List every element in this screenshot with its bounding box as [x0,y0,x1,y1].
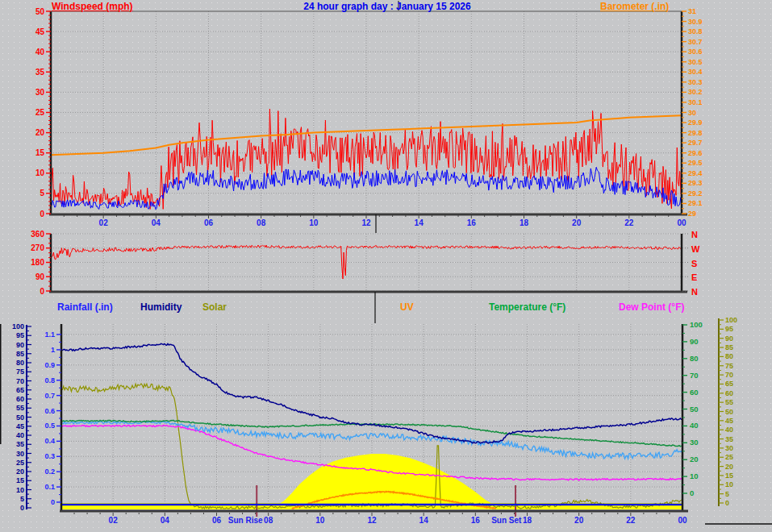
svg-text:29.4: 29.4 [688,169,703,177]
svg-text:80: 80 [16,359,24,367]
svg-text:30: 30 [35,88,45,97]
svg-text:W: W [691,244,700,254]
humidity-series-label: Humidity [140,301,182,313]
windspeed-axis: 50454035302520151050 [35,7,51,218]
svg-text:20: 20 [572,218,582,227]
svg-text:0: 0 [40,210,44,218]
svg-text:35: 35 [16,440,24,448]
svg-text:35: 35 [725,435,733,443]
svg-text:0.8: 0.8 [44,376,55,384]
svg-text:0: 0 [690,488,694,497]
svg-text:29.1: 29.1 [688,199,703,207]
svg-text:30.4: 30.4 [688,68,703,76]
barometer-axis-label: Barometer (.in) [600,1,669,12]
svg-text:30.6: 30.6 [688,48,703,56]
temperature-series-label: Temperature (°F) [489,301,565,313]
svg-text:02: 02 [99,218,109,227]
svg-text:80: 80 [725,352,733,360]
svg-text:00: 00 [677,218,686,227]
svg-text:65: 65 [725,380,733,388]
svg-text:45: 45 [725,417,733,425]
svg-text:40: 40 [725,426,733,434]
top-hour-axis: 020406081012141618202200 [64,215,686,227]
svg-text:50: 50 [725,408,733,416]
svg-text:25: 25 [725,453,733,461]
svg-text:95: 95 [725,325,733,333]
svg-text:90: 90 [725,335,733,343]
svg-text:10: 10 [35,168,45,177]
svg-text:0.2: 0.2 [44,468,55,476]
solar-axis: 1009590858075706560555045403530252015105… [719,316,737,507]
svg-text:18: 18 [523,516,532,525]
svg-text:N: N [691,287,698,297]
humidity-axis: 1009590858075706560555045403530252015105… [12,322,31,512]
svg-text:15: 15 [35,148,45,157]
svg-text:0.3: 0.3 [44,452,55,460]
svg-text:0.4: 0.4 [44,437,55,445]
svg-text:70: 70 [725,371,733,379]
svg-text:20: 20 [35,128,45,137]
svg-text:04: 04 [152,218,161,227]
svg-text:30: 30 [725,444,733,452]
svg-text:29.5: 29.5 [688,159,703,167]
wind-direction-plot-area[interactable] [51,234,682,291]
wind-barometer-plot-area[interactable] [51,11,682,214]
svg-text:15: 15 [725,472,733,480]
svg-text:0.9: 0.9 [44,361,55,369]
svg-text:22: 22 [624,218,634,227]
svg-text:12: 12 [367,516,377,525]
svg-text:20: 20 [16,468,24,476]
svg-text:40: 40 [16,431,24,439]
svg-text:45: 45 [35,27,45,36]
svg-text:30: 30 [690,438,699,447]
chart-canvas: 504540353025201510503130.930.830.730.630… [0,0,772,532]
svg-text:10: 10 [309,218,319,227]
solar-series-label: Solar [202,301,227,313]
svg-text:5: 5 [20,495,24,503]
svg-text:0.6: 0.6 [44,407,55,415]
svg-text:29.3: 29.3 [688,179,703,187]
svg-text:70: 70 [16,377,24,385]
svg-text:0: 0 [20,504,24,512]
svg-text:04: 04 [161,516,170,525]
svg-text:55: 55 [16,404,24,412]
svg-text:60: 60 [725,389,733,397]
svg-text:31: 31 [688,7,696,15]
svg-text:60: 60 [16,395,24,403]
svg-text:85: 85 [725,343,733,351]
rainfall-axis: 1.110.90.80.70.60.50.40.30.20.10 [44,330,61,506]
svg-text:90: 90 [16,341,24,349]
svg-text:18: 18 [520,218,529,227]
svg-text:5: 5 [40,189,44,197]
svg-text:02: 02 [109,516,119,525]
svg-text:35: 35 [35,68,45,77]
svg-text:30.3: 30.3 [688,78,703,86]
svg-text:06: 06 [204,218,214,227]
svg-text:29.9: 29.9 [688,118,703,127]
page-title: 24 hour graph day : January 15 2026 [226,1,549,12]
svg-text:0: 0 [725,499,729,507]
svg-text:12: 12 [361,218,371,227]
temperature-axis: 1009080706050403020100 [682,320,703,497]
svg-text:55: 55 [725,398,733,406]
svg-text:90: 90 [35,272,45,281]
svg-text:S: S [691,259,697,268]
svg-text:1.1: 1.1 [44,330,55,339]
svg-text:29.6: 29.6 [688,149,703,157]
svg-text:0.7: 0.7 [44,392,55,400]
svg-text:Sun Rise: Sun Rise [228,516,263,525]
svg-text:30.9: 30.9 [688,18,703,26]
weather-graph-window: 504540353025201510503130.930.830.730.630… [0,0,772,532]
svg-text:85: 85 [16,350,24,358]
svg-text:08: 08 [257,218,266,227]
svg-text:60: 60 [690,388,699,397]
daily-conditions-plot-area[interactable] [61,324,682,510]
svg-text:180: 180 [31,258,44,267]
svg-text:70: 70 [690,371,699,380]
windspeed-axis-label: Windspeed (mph) [52,1,133,12]
svg-text:50: 50 [690,405,699,414]
svg-text:75: 75 [725,362,733,370]
svg-text:75: 75 [16,368,24,376]
svg-text:5: 5 [725,490,729,498]
svg-text:0.1: 0.1 [44,483,55,491]
